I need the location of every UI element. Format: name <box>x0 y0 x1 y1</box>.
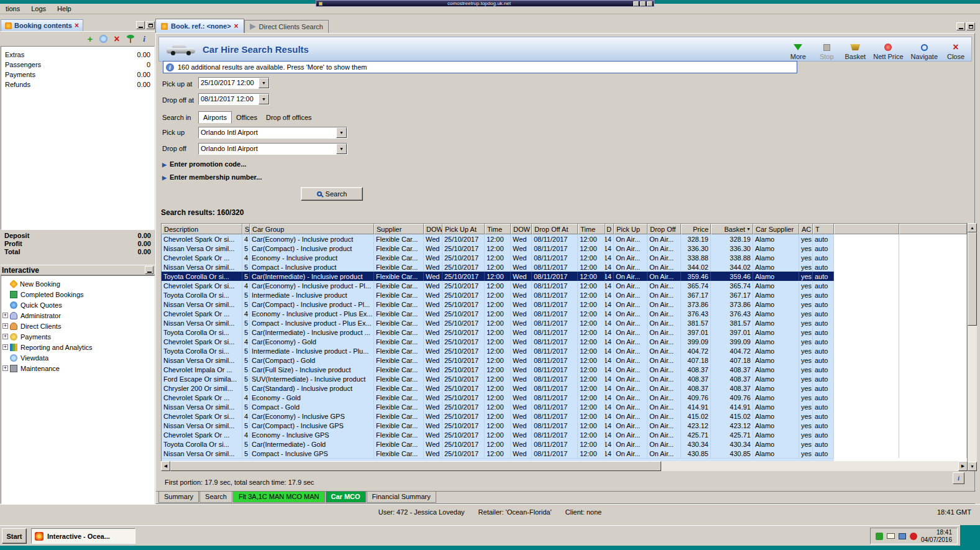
result-row[interactable]: Chrysler 200 Or simil...5Car(Standard) -… <box>162 383 967 393</box>
column-header-car-group[interactable]: Car Group <box>250 224 374 234</box>
close-button[interactable]: Close <box>945 39 966 60</box>
result-row[interactable]: Chevrolet Spark Or ...4Economy - Inclusi… <box>162 309 967 318</box>
vertical-scroll-thumb[interactable] <box>968 232 977 326</box>
column-header-dow[interactable]: DOW <box>511 224 532 234</box>
scroll-right-icon[interactable]: ▶ <box>958 461 968 471</box>
add-icon[interactable] <box>86 35 94 44</box>
scroll-left-icon[interactable]: ◀ <box>161 461 170 471</box>
sidebar-item-new-booking[interactable]: New Booking <box>1 278 154 289</box>
result-row[interactable]: Chevrolet Spark Or si...4Car(Economy) - … <box>162 281 967 290</box>
taskbar-task-button[interactable]: Interactive - Ocea... <box>31 528 135 544</box>
holiday-icon[interactable] <box>126 35 135 44</box>
expand-icon[interactable]: + <box>2 313 8 318</box>
tab-booking-contents[interactable]: Booking contents × <box>1 19 83 31</box>
navigate-button[interactable]: Navigate <box>911 39 938 60</box>
column-header-price[interactable]: Price <box>681 224 711 234</box>
column-header-ac[interactable]: AC <box>799 224 813 234</box>
rdp-restore-button[interactable] <box>640 1 646 6</box>
result-row[interactable]: Toyota Corolla Or si...5Intermediate - I… <box>162 346 967 355</box>
result-row[interactable]: Nissan Versa Or simil...5Compact - Inclu… <box>162 262 967 272</box>
column-header-pick-up-at[interactable]: Pick Up At <box>442 224 485 234</box>
booking-content-row[interactable]: Extras0.00 <box>1 50 154 60</box>
column-header-drop-off[interactable]: Drop Off <box>648 224 681 234</box>
tab-book-ref-none[interactable]: Book. ref.: <none>× <box>155 19 244 33</box>
result-row[interactable]: Chevrolet Spark Or si...4Car(Economy) - … <box>162 411 967 421</box>
dropoff-datetime-field[interactable]: 08/11/2017 12:00 <box>198 93 270 105</box>
basket-button[interactable]: Basket <box>845 39 866 60</box>
dropoff-datetime-dropdown-icon[interactable] <box>259 94 269 104</box>
pickup-location-dropdown-icon[interactable] <box>336 127 347 138</box>
tray-alert-icon[interactable] <box>910 533 917 540</box>
column-header-s[interactable]: S <box>242 224 250 234</box>
taskbar-clock[interactable]: 18:41 04/07/2016 <box>921 529 952 544</box>
result-row[interactable]: Chevrolet Spark Or ...4Economy - GoldFle… <box>162 393 967 402</box>
sidebar-item-payments[interactable]: +Payments <box>1 331 154 342</box>
menu-item-logs[interactable]: Logs <box>25 4 52 13</box>
info-button[interactable]: i <box>953 472 964 484</box>
menu-item-help[interactable]: Help <box>52 4 77 13</box>
info-icon[interactable] <box>140 35 149 44</box>
promotion-code-toggle[interactable]: Enter promotion code... <box>162 160 246 168</box>
close-tab-icon[interactable]: × <box>234 23 239 29</box>
delete-icon[interactable] <box>112 35 121 44</box>
pin-icon[interactable] <box>319 2 323 6</box>
booking-content-row[interactable]: Payments0.00 <box>1 70 154 80</box>
result-row[interactable]: Toyota Corolla Or si...5Car(Intermediate… <box>162 439 967 449</box>
nett-price-button[interactable]: Nett Price <box>873 39 903 60</box>
bottom-tab-summary[interactable]: Summary <box>158 492 199 503</box>
result-row[interactable]: Nissan Versa Or simil...5Compact - Inclu… <box>162 449 967 458</box>
horizontal-scrollbar[interactable]: ◀ ▶ <box>161 461 968 471</box>
search-in-drop-off-offices[interactable]: Drop off offices <box>262 112 316 123</box>
tray-green-icon[interactable] <box>876 533 883 540</box>
stop-button[interactable]: Stop <box>816 39 837 60</box>
maximize-document-button[interactable] <box>966 22 975 30</box>
result-row[interactable]: Nissan Versa Or simil...5Car(Compact) - … <box>162 355 967 365</box>
pickup-location-select[interactable]: Orlando Intl Airport <box>198 127 347 139</box>
column-header-time[interactable]: Time <box>485 224 511 234</box>
column-header-t[interactable]: T <box>813 224 834 234</box>
scroll-down-icon[interactable]: ▼ <box>968 462 977 471</box>
expand-icon[interactable]: + <box>2 323 8 329</box>
bottom-tab-car-mco[interactable]: Car MCO <box>326 492 366 503</box>
horizontal-scroll-thumb[interactable] <box>170 461 661 471</box>
more-button[interactable]: More <box>787 39 808 60</box>
sidebar-item-administrator[interactable]: +Administrator <box>1 310 154 321</box>
expand-icon[interactable]: + <box>2 365 8 371</box>
minimize-panel-button[interactable] <box>136 21 145 29</box>
expand-icon[interactable]: + <box>2 344 8 350</box>
column-header-dow[interactable]: DOW <box>424 224 442 234</box>
result-row[interactable]: Chevrolet Impala Or ...5Car(Full Size) -… <box>162 365 967 374</box>
column-header-basket[interactable]: Basket▼ <box>711 224 753 234</box>
result-row[interactable]: Nissan Versa Or simil...5Compact - GoldF… <box>162 402 967 411</box>
dropoff-location-select[interactable]: Orlando Intl Airport <box>198 143 347 155</box>
column-header-d[interactable]: D <box>605 224 614 234</box>
rdp-minimize-button[interactable] <box>633 1 639 6</box>
menu-item-tions[interactable]: tions <box>0 4 25 13</box>
pickup-datetime-dropdown-icon[interactable] <box>259 78 269 88</box>
result-row[interactable]: Chevrolet Spark Or si...4Car(Economy) - … <box>162 337 967 346</box>
sidebar-item-maintenance[interactable]: +Maintenance <box>1 363 154 374</box>
close-tab-icon[interactable]: × <box>75 22 79 29</box>
sidebar-item-completed-bookings[interactable]: Completed Bookings <box>1 289 154 300</box>
start-button[interactable]: Start <box>2 528 27 544</box>
column-header-description[interactable]: Description <box>162 224 242 234</box>
result-row[interactable]: Chevrolet Spark Or ...4Economy - Inclusi… <box>162 430 967 439</box>
minimize-document-button[interactable] <box>956 22 965 30</box>
column-header-time[interactable]: Time <box>578 224 605 234</box>
result-row[interactable]: Toyota Corolla Or si...5Car(Intermediate… <box>162 272 967 281</box>
collapse-section-button[interactable] <box>145 266 153 274</box>
column-header-supplier[interactable]: Supplier <box>374 224 424 234</box>
column-header-drop-off-at[interactable]: Drop Off At <box>532 224 578 234</box>
result-row[interactable]: Nissan Versa Or simil...5Car(Compact) - … <box>162 244 967 253</box>
result-row[interactable]: Ford Escape Or simila...5SUV(Intermediat… <box>162 374 967 383</box>
result-row[interactable]: Toyota Corolla Or si...5Intermediate - I… <box>162 290 967 300</box>
search-in-offices[interactable]: Offices <box>232 112 262 123</box>
sidebar-item-quick-quotes[interactable]: Quick Quotes <box>1 300 154 310</box>
result-row[interactable]: Chevrolet Spark Or ...4Economy - Inclusi… <box>162 253 967 262</box>
result-row[interactable]: Nissan Versa Or simil...5Car(Compact) - … <box>162 421 967 430</box>
dropoff-location-dropdown-icon[interactable] <box>336 144 347 154</box>
sidebar-item-viewdata[interactable]: Viewdata <box>1 352 154 363</box>
sidebar-item-reporting-and-analytics[interactable]: +Reporting and Analytics <box>1 342 154 352</box>
bottom-tab-flt-3a-1c-man-mco-man[interactable]: Flt 3A,1C MAN MCO MAN <box>233 492 325 503</box>
expand-icon[interactable]: + <box>2 334 8 339</box>
